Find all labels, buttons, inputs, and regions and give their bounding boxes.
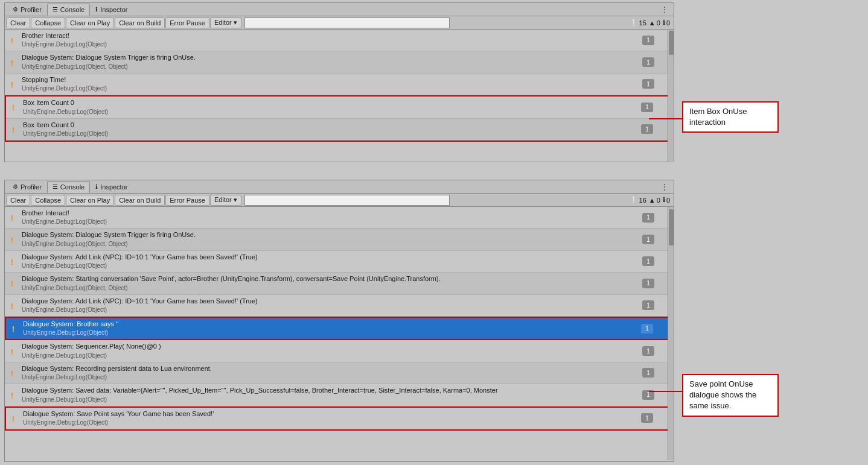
entry-line1-1-2: Stopping Time! [22,75,640,84]
entry-count-1-1: 1 [642,57,654,67]
log-entry-2-1[interactable]: ! Dialogue System: Dialogue System Trigg… [5,229,674,250]
clear-on-build-button-1[interactable]: Clear on Build [115,17,165,28]
profiler-icon-1: ⚙ [13,6,18,13]
entry-text-2-5: Dialogue System: Brother says '' UnityEn… [21,318,641,338]
search-input-2[interactable] [244,195,450,206]
entry-text-2-1: Dialogue System: Dialogue System Trigger… [19,229,642,249]
entry-line2-2-3: UnityEngine.Debug:Log(Object, Object) [22,284,640,293]
entry-line2-1-0: UnityEngine.Debug:Log(Object) [22,40,640,49]
entry-line1-1-0: Brother Interact! [22,31,640,40]
error-icon-2: ❕ [630,196,638,204]
entry-line2-1-3: UnityEngine.Debug:Log(Object) [23,108,639,116]
warning-icon-entry-1-1: ! [5,52,19,72]
search-input-1[interactable] [244,17,450,28]
entry-line2-2-5: UnityEngine.Debug:Log(Object) [23,329,639,337]
counters-2: ❕ 16 ▲ 0 ℹ 0 [630,196,672,204]
collapse-button-2[interactable]: Collapse [31,195,65,206]
log-entry-2-3[interactable]: ! Dialogue System: Starting conversation… [5,273,674,294]
clear-on-build-button-2[interactable]: Clear on Build [115,195,165,206]
tab-profiler-1[interactable]: ⚙ Profiler [7,4,47,16]
entry-count-2-4: 1 [642,300,654,310]
clear-button-1[interactable]: Clear [6,17,30,28]
entry-text-2-4: Dialogue System: Add Link (NPC): ID=10:1… [19,296,642,315]
log-entry-2-0[interactable]: ! Brother Interact! UnityEngine.Debug:Lo… [5,207,674,229]
log-entry-2-2[interactable]: ! Dialogue System: Add Link (NPC): ID=10… [5,251,674,273]
clear-on-play-button-1[interactable]: Clear on Play [66,17,114,28]
entry-text-1-0: Brother Interact! UnityEngine.Debug:Log(… [19,30,642,50]
error-pause-button-1[interactable]: Error Pause [165,17,209,28]
entry-text-2-2: Dialogue System: Add Link (NPC): ID=10:1… [19,251,642,271]
panel-menu-button-2[interactable]: ⋮ [658,182,671,192]
log-entry-1-3[interactable]: ! Box Item Count 0 UnityEngine.Debug:Log… [6,96,672,118]
tab-inspector-label-2: Inspector [100,183,127,191]
tab-console-1[interactable]: ☰ Console [47,4,90,16]
panel-menu-button-1[interactable]: ⋮ [658,5,671,14]
log-entry-2-7[interactable]: ! Dialogue System: Recording persistent … [5,362,674,384]
log-entry-2-9[interactable]: ! Dialogue System: Save Point says 'Your… [6,408,672,429]
warning-icon-entry-1-2: ! [5,74,19,94]
toolbar-1: Clear Collapse Clear on Play Clear on Bu… [5,16,674,30]
entry-line1-2-8: Dialogue System: Saved data: Variable={A… [22,386,640,395]
search-container-1 [244,17,450,28]
entry-line1-2-0: Brother Interact! [22,209,640,218]
tab-inspector-label-1: Inspector [100,6,127,13]
warning-count-2: 0 [657,197,660,204]
entry-line1-2-6: Dialogue System: Sequencer.Play( None()@… [22,342,640,351]
log-entry-1-2[interactable]: ! Stopping Time! UnityEngine.Debug:Log(O… [5,74,674,95]
entry-line2-1-1: UnityEngine.Debug:Log(Object, Object) [22,63,640,71]
editor-dropdown-button-2[interactable]: Editor ▾ [210,195,241,206]
scrollbar-thumb-2[interactable] [669,209,674,245]
entry-text-2-3: Dialogue System: Starting conversation '… [19,273,642,293]
entry-count-1-0: 1 [642,36,654,45]
clear-button-2[interactable]: Clear [6,195,30,206]
scrollbar-thumb-1[interactable] [669,31,674,55]
entry-count-1-4: 1 [641,124,653,134]
log-entry-2-8[interactable]: ! Dialogue System: Saved data: Variable=… [5,384,674,406]
log-entry-2-5[interactable]: ! Dialogue System: Brother says '' Unity… [5,317,674,340]
log-entry-1-0[interactable]: ! Brother Interact! UnityEngine.Debug:Lo… [5,30,674,51]
tab-console-2[interactable]: ☰ Console [47,181,90,193]
counters-1: ❕ 15 ▲ 0 ℹ 0 [630,19,672,27]
entry-line1-1-3: Box Item Count 0 [23,98,639,107]
warning-icon-1: ▲ [649,19,656,27]
inspector-icon-1: ℹ [95,6,98,13]
collapse-button-1[interactable]: Collapse [31,17,65,28]
log-entry-1-1[interactable]: ! Dialogue System: Dialogue System Trigg… [5,51,674,73]
error-counter-1: ❕ 15 [630,19,646,27]
console-icon-1: ☰ [53,6,58,13]
console-icon-2: ☰ [53,183,58,190]
entry-line2-2-8: UnityEngine.Debug:Log(Object) [22,396,640,404]
warning-icon-entry-2-4: ! [5,296,19,315]
log-entry-2-4[interactable]: ! Dialogue System: Add Link (NPC): ID=10… [5,295,674,317]
entry-count-1-2: 1 [642,79,654,89]
log-entry-2-6[interactable]: ! Dialogue System: Sequencer.Play( None(… [5,340,674,362]
callout-arrow-1 [649,118,682,119]
warning-icon-entry-2-7: ! [5,363,19,383]
error-counter-2: ❕ 16 [630,196,646,204]
entry-count-2-0: 1 [642,213,654,223]
entry-count-2-6: 1 [642,346,654,356]
tab-console-label-1: Console [60,6,85,13]
console-body-1: ! Brother Interact! UnityEngine.Debug:Lo… [5,30,674,162]
profiler-icon-2: ⚙ [13,183,18,190]
tab-inspector-1[interactable]: ℹ Inspector [90,4,133,16]
callout-1-text: Item Box OnUse interaction [689,107,747,127]
tab-profiler-label-1: Profiler [21,6,42,13]
entry-line2-2-9: UnityEngine.Debug:Log(Object) [23,419,639,427]
scrollbar-2[interactable] [668,207,674,460]
warning-counter-1: ▲ 0 [649,19,660,27]
error-pause-button-2[interactable]: Error Pause [165,195,209,206]
scrollbar-1[interactable] [668,30,674,162]
clear-on-play-button-2[interactable]: Clear on Play [66,195,114,206]
tab-inspector-2[interactable]: ℹ Inspector [90,181,133,193]
tab-bar-1: ⚙ Profiler ☰ Console ℹ Inspector ⋮ [5,3,674,16]
log-entry-1-4[interactable]: ! Box Item Count 0 UnityEngine.Debug:Log… [6,119,672,141]
console-body-2: ! Brother Interact! UnityEngine.Debug:Lo… [5,207,674,460]
entry-line1-2-2: Dialogue System: Add Link (NPC): ID=10:1… [22,253,640,262]
editor-dropdown-button-1[interactable]: Editor ▾ [210,17,241,28]
error-count-2: 16 [639,197,646,204]
tab-profiler-2[interactable]: ⚙ Profiler [7,181,47,193]
info-counter-1: ℹ 0 [663,19,670,27]
callout-2: Save point OnUse dialogue shows the same… [682,374,779,417]
error-count-1: 15 [639,19,646,27]
